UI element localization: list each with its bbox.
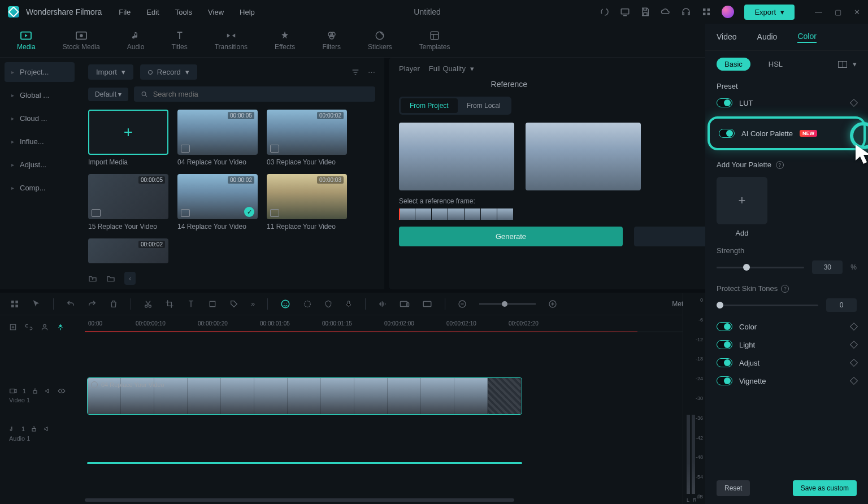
person-icon[interactable] xyxy=(41,323,49,331)
mic-icon[interactable] xyxy=(345,299,353,309)
new-folder-icon[interactable] xyxy=(88,275,97,283)
delete-icon[interactable] xyxy=(109,299,118,309)
sidebar-influe[interactable]: ▸Influe... xyxy=(5,132,75,151)
tab-templates[interactable]: Templates xyxy=(419,31,450,51)
strength-slider[interactable] xyxy=(717,267,804,268)
cut-icon[interactable] xyxy=(144,299,153,309)
user-avatar[interactable] xyxy=(722,6,734,18)
minimize-icon[interactable]: ― xyxy=(815,8,822,16)
link-icon[interactable] xyxy=(25,323,33,331)
undo-icon[interactable] xyxy=(66,299,75,309)
more-icon[interactable]: ⋯ xyxy=(368,68,375,77)
ai-smiley-icon[interactable] xyxy=(280,299,290,309)
waveform-icon[interactable] xyxy=(378,300,387,308)
menu-edit[interactable]: Edit xyxy=(146,8,159,16)
tab-stock-media[interactable]: Stock Media xyxy=(63,31,100,51)
export-button[interactable]: Export▾ xyxy=(744,5,795,20)
save-as-custom-button[interactable]: Save as custom xyxy=(793,480,857,496)
strength-value[interactable]: 30 xyxy=(812,260,843,274)
media-clip[interactable]: 00:00:0504 Replace Your Video xyxy=(177,110,258,166)
import-media-tile[interactable]: +Import Media xyxy=(88,110,168,166)
sidebar-adjust[interactable]: ▸Adjust... xyxy=(5,155,75,175)
layout-grid-icon[interactable] xyxy=(10,299,19,309)
menu-tools[interactable]: Tools xyxy=(175,8,192,16)
sidebar-global[interactable]: ▸Global ... xyxy=(5,85,75,105)
more-tools-icon[interactable]: » xyxy=(251,299,255,308)
light-toggle[interactable] xyxy=(717,340,732,349)
prop-tab-color[interactable]: Color xyxy=(797,32,816,43)
skin-slider[interactable] xyxy=(717,305,818,306)
shield-icon[interactable] xyxy=(324,299,332,309)
square-icon[interactable] xyxy=(208,299,217,309)
project-preview[interactable] xyxy=(526,123,641,190)
monitor-icon[interactable] xyxy=(620,7,630,17)
sort-dropdown[interactable]: Default ▾ xyxy=(88,88,128,101)
sidebar-comp[interactable]: ▸Comp... xyxy=(5,178,75,198)
add-track-icon[interactable] xyxy=(9,323,17,331)
add-palette-button[interactable]: + xyxy=(717,177,767,224)
prop-tab-audio[interactable]: Audio xyxy=(757,32,778,42)
lock-icon[interactable] xyxy=(31,425,37,432)
marker-tree-icon[interactable] xyxy=(57,323,64,331)
keyframe-icon[interactable] xyxy=(850,359,858,367)
maximize-icon[interactable]: ▢ xyxy=(835,8,841,16)
vignette-toggle[interactable] xyxy=(717,376,732,385)
sub-tab-basic[interactable]: Basic xyxy=(717,58,750,71)
cloud-icon[interactable] xyxy=(661,7,671,17)
crop-icon[interactable] xyxy=(165,299,174,309)
aspect-icon[interactable] xyxy=(422,300,432,308)
device-icon[interactable] xyxy=(400,300,410,308)
media-clip-selected[interactable]: 00:00:02✓14 Replace Your Video xyxy=(177,174,258,231)
timeline-tracks[interactable]: 00:00 00:00:00:10 00:00:00:20 00:00:01:0… xyxy=(85,315,705,504)
cursor-icon[interactable] xyxy=(32,299,41,309)
tab-titles[interactable]: Titles xyxy=(171,31,187,51)
color-toggle[interactable] xyxy=(717,322,732,331)
tab-from-project[interactable]: From Project xyxy=(401,98,458,113)
search-input[interactable] xyxy=(153,90,368,98)
speaker-icon[interactable] xyxy=(43,425,51,432)
sidebar-cloud[interactable]: ▸Cloud ... xyxy=(5,108,75,128)
close-icon[interactable]: ✕ xyxy=(854,8,860,16)
chevron-down-icon[interactable]: ▾ xyxy=(853,60,857,68)
timeline-clip[interactable]: 04 Replace Your Video xyxy=(87,377,522,415)
search-box[interactable] xyxy=(134,86,375,102)
tab-effects[interactable]: Effects xyxy=(275,31,295,51)
tab-audio[interactable]: Audio xyxy=(127,31,145,51)
save-icon[interactable] xyxy=(640,7,650,17)
media-clip[interactable]: 00:00:0203 Replace Your Video xyxy=(267,110,347,166)
media-clip[interactable]: 00:00:02 xyxy=(88,238,168,263)
redo-icon[interactable] xyxy=(88,299,97,309)
media-clip[interactable]: 00:00:0311 Replace Your Video xyxy=(267,174,347,231)
sidebar-project[interactable]: ▸Project... xyxy=(5,62,75,82)
tag-icon[interactable] xyxy=(229,299,238,309)
record-dropdown[interactable]: Record▾ xyxy=(140,64,197,80)
menu-view[interactable]: View xyxy=(208,8,224,16)
filter-icon[interactable] xyxy=(351,68,360,77)
compare-icon[interactable] xyxy=(838,61,847,68)
timeline-scrollbar[interactable] xyxy=(85,498,683,503)
media-clip[interactable]: 00:00:0515 Replace Your Video xyxy=(88,174,168,231)
reset-button[interactable]: Reset xyxy=(717,480,750,496)
info-icon[interactable]: ? xyxy=(781,285,789,293)
eye-icon[interactable] xyxy=(58,388,66,394)
audio-track-icon[interactable] xyxy=(9,425,16,433)
quality-dropdown[interactable]: Full Quality▾ xyxy=(429,64,474,73)
skin-value[interactable]: 0 xyxy=(826,298,857,312)
timeline-ruler[interactable]: 00:00 00:00:00:10 00:00:00:20 00:00:01:0… xyxy=(85,315,705,332)
zoom-out-icon[interactable] xyxy=(458,299,467,309)
text-icon[interactable] xyxy=(186,299,196,309)
menu-help[interactable]: Help xyxy=(240,8,255,16)
keyframe-icon[interactable] xyxy=(850,341,858,349)
tab-filters[interactable]: Filters xyxy=(322,31,341,51)
tab-media[interactable]: Media xyxy=(17,31,36,51)
ai-palette-toggle[interactable] xyxy=(719,129,735,138)
gear-partial-icon[interactable] xyxy=(303,299,312,309)
tab-transitions[interactable]: Transitions xyxy=(215,31,248,51)
video-track-row[interactable]: 04 Replace Your Video xyxy=(85,377,705,417)
keyframe-icon[interactable] xyxy=(850,377,858,385)
grid-icon[interactable] xyxy=(701,7,711,17)
zoom-in-icon[interactable] xyxy=(548,299,557,309)
keyframe-icon[interactable] xyxy=(850,99,858,107)
sub-tab-hsl[interactable]: HSL xyxy=(761,58,791,71)
generate-button[interactable]: Generate xyxy=(399,227,623,246)
